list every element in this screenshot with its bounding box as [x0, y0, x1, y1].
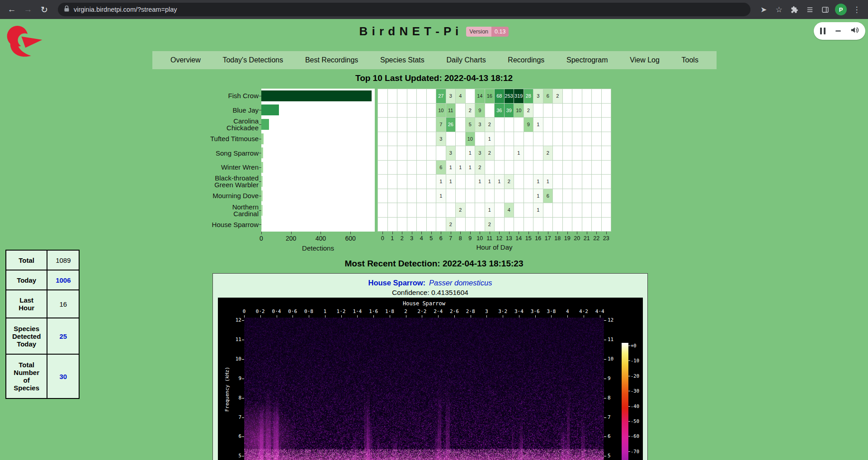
url-text: virginia.birdnetpi.com/?stream=play	[74, 6, 177, 13]
detection-common-name-link[interactable]: House Sparrow:	[368, 279, 426, 287]
bar-row	[261, 160, 375, 175]
reload-button[interactable]: ↻	[37, 2, 52, 17]
heatmap-cell	[553, 118, 562, 132]
heatmap-cell	[417, 89, 426, 103]
nav-item-best-recordings[interactable]: Best Recordings	[305, 56, 358, 64]
heatmap-cell: 1	[475, 175, 485, 189]
db-tick-label: -40	[631, 403, 639, 409]
pause-button[interactable]	[820, 28, 826, 34]
heatmap-cell	[602, 189, 611, 203]
freq-tick-label-left: 5	[226, 453, 241, 459]
bar-row	[261, 175, 375, 189]
species-label: Carolina Chickadee	[177, 117, 259, 132]
nav-item-recordings[interactable]: Recordings	[508, 56, 544, 64]
time-tick-mark	[454, 315, 455, 318]
address-bar[interactable]: virginia.birdnetpi.com/?stream=play	[58, 3, 750, 16]
hour-tick-mark	[470, 232, 471, 234]
page-title: B i r d N E T - P i	[359, 24, 459, 38]
time-tick-mark	[341, 315, 342, 318]
heatmap-cell	[417, 175, 426, 189]
seek-slider[interactable]	[835, 30, 841, 32]
heatmap-cell	[514, 175, 524, 189]
back-button[interactable]: ←	[5, 2, 19, 17]
detections-bar	[261, 205, 263, 216]
list-extension-icon[interactable]	[803, 5, 816, 14]
bookmark-star-icon[interactable]: ☆	[772, 5, 786, 14]
heatmap-cell	[388, 189, 397, 203]
stats-value-link[interactable]: 30	[47, 354, 79, 398]
heatmap-cell	[572, 161, 582, 175]
heatmap-cell	[543, 161, 553, 175]
time-tick-mark	[390, 315, 390, 318]
heatmap-cell	[388, 104, 397, 118]
detection-scientific-name-link[interactable]: Passer domesticus	[429, 279, 492, 287]
stats-value-link[interactable]: 25	[47, 318, 79, 354]
send-icon[interactable]: ➤	[757, 5, 770, 14]
nav-item-view-log[interactable]: View Log	[630, 56, 660, 64]
nav-item-species-stats[interactable]: Species Stats	[380, 56, 425, 64]
heatmap-cell	[572, 146, 582, 160]
heatmap-cell: 2	[456, 203, 465, 217]
hour-tick-label: 7	[449, 235, 452, 242]
time-tick-mark	[486, 315, 487, 318]
hour-tick-label: 19	[564, 235, 571, 242]
heatmap-cell	[553, 189, 562, 203]
freq-tick-label-left: 8	[226, 395, 241, 401]
heatmap-cell	[427, 146, 436, 160]
nav-item-spectrogram[interactable]: Spectrogram	[566, 56, 608, 64]
species-label: Black-throated Green Warbler	[177, 175, 259, 189]
time-tick-label: 3·6	[531, 308, 540, 314]
menu-kebab-icon[interactable]: ⋮	[850, 5, 863, 14]
heatmap-cell: 2	[446, 218, 456, 232]
hour-tick-label: 23	[603, 235, 609, 242]
nav-item-tools[interactable]: Tools	[682, 56, 698, 64]
time-tick-label: 1	[323, 308, 326, 314]
detections-bar	[261, 133, 264, 144]
freq-tick-label-left: 11	[226, 337, 241, 342]
side-panel-icon[interactable]	[818, 5, 832, 14]
heatmap-cell	[524, 146, 533, 160]
heatmap-cell	[572, 218, 582, 232]
time-tick-label: 4·4	[595, 308, 604, 314]
heatmap-cell	[592, 132, 601, 146]
heatmap-cell	[378, 89, 387, 103]
extensions-puzzle-icon[interactable]	[788, 5, 801, 14]
heatmap-cell	[378, 189, 387, 203]
species-tick-mark	[259, 224, 261, 225]
profile-avatar[interactable]: P	[835, 4, 847, 15]
heatmap-cell	[456, 132, 465, 146]
heatmap-cell	[417, 161, 426, 175]
heatmap-cell: 10	[436, 104, 446, 118]
heatmap-cell	[563, 161, 572, 175]
hour-tick-label: 12	[496, 235, 502, 242]
stats-label: Last Hour	[6, 290, 47, 318]
bar-row	[261, 117, 375, 132]
stats-table: Total1089Today1006Last Hour16Species Det…	[5, 250, 80, 399]
time-tick-label: 1·4	[353, 308, 362, 314]
volume-button[interactable]	[850, 26, 859, 36]
time-tick-mark	[325, 315, 326, 318]
nav-item-daily-charts[interactable]: Daily Charts	[447, 56, 486, 64]
heatmap-cell	[397, 189, 407, 203]
heatmap-cell	[397, 104, 407, 118]
heatmap-cell	[563, 132, 572, 146]
stats-value-link[interactable]: 1006	[47, 270, 79, 290]
hour-tick-mark	[596, 232, 597, 234]
nav-item-today-s-detections[interactable]: Today's Detections	[222, 56, 283, 64]
species-tick-mark	[259, 167, 261, 168]
freq-tick-label-left: 12	[226, 317, 241, 323]
heatmap-cell	[543, 132, 553, 146]
heatmap-cell	[563, 203, 572, 217]
hour-tick-label: 10	[476, 235, 483, 242]
heatmap-cell	[543, 104, 553, 118]
time-tick-label: 0·8	[304, 308, 313, 314]
hour-tick-label: 1	[391, 235, 394, 242]
heatmap-cell	[602, 203, 611, 217]
time-tick-mark	[422, 315, 422, 318]
heatmap-cell: 2	[485, 146, 495, 160]
heatmap-cell	[378, 175, 387, 189]
nav-item-overview[interactable]: Overview	[170, 56, 201, 64]
heatmap-cell	[466, 218, 475, 232]
forward-button[interactable]: →	[21, 2, 35, 17]
heatmap-cell	[533, 146, 543, 160]
